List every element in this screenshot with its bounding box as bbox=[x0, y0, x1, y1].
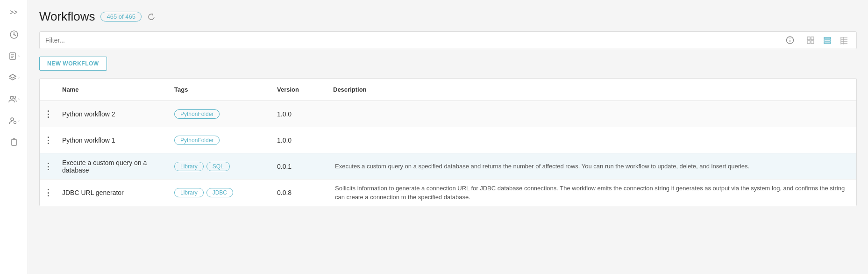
col-header-version: Version bbox=[271, 83, 327, 96]
tag-badge[interactable]: SQL bbox=[206, 162, 230, 171]
svg-point-9 bbox=[14, 122, 16, 124]
filter-bar bbox=[39, 31, 857, 49]
row-name: Execute a custom query on a database bbox=[57, 155, 169, 178]
info-button[interactable] bbox=[784, 35, 796, 45]
workflows-table: Name Tags Version Description ⋮ Python w… bbox=[39, 78, 857, 206]
svg-rect-22 bbox=[811, 41, 814, 43]
svg-rect-19 bbox=[807, 37, 810, 40]
svg-rect-25 bbox=[824, 42, 831, 43]
row-description bbox=[327, 110, 856, 118]
svg-rect-20 bbox=[811, 37, 814, 40]
refresh-icon bbox=[147, 13, 156, 21]
row-version: 0.0.8 bbox=[271, 185, 327, 200]
collapse-icon: >> bbox=[10, 8, 17, 16]
col-header-description: Description bbox=[327, 83, 856, 96]
row-name: JDBC URL generator bbox=[57, 185, 169, 200]
main-content: Workflows 465 of 465 bbox=[28, 0, 868, 274]
row-description: Sollicits information to generate a conn… bbox=[327, 180, 856, 206]
clipboard-icon bbox=[9, 137, 19, 147]
tag-badge[interactable]: Library bbox=[174, 162, 204, 171]
page-header: Workflows 465 of 465 bbox=[39, 9, 857, 24]
col-header-name: Name bbox=[57, 83, 169, 96]
row-name: Python workflow 1 bbox=[57, 133, 169, 148]
toolbar-divider bbox=[800, 36, 800, 45]
sidebar-collapse-button[interactable]: >> bbox=[5, 5, 23, 20]
info-icon bbox=[786, 36, 794, 44]
tag-badge[interactable]: PythonFolder bbox=[174, 136, 220, 145]
svg-point-6 bbox=[10, 96, 13, 99]
row-version: 1.0.0 bbox=[271, 133, 327, 148]
count-badge: 465 of 465 bbox=[100, 12, 141, 22]
layers-icon bbox=[8, 73, 17, 82]
table-row: ⋮ Python workflow 2 PythonFolder 1.0.0 bbox=[40, 101, 856, 127]
tag-badge[interactable]: Library bbox=[174, 188, 204, 197]
tag-badge[interactable]: JDBC bbox=[206, 188, 233, 197]
svg-point-1 bbox=[13, 34, 14, 36]
col-header-tags: Tags bbox=[169, 83, 271, 96]
filter-input[interactable] bbox=[45, 36, 780, 44]
sidebar-item-person-settings[interactable]: › bbox=[0, 111, 28, 130]
row-menu-button[interactable]: ⋮ bbox=[40, 131, 57, 149]
table-row: ⋮ Execute a custom query on a database L… bbox=[40, 153, 856, 180]
sidebar-item-users[interactable]: › bbox=[0, 90, 28, 108]
row-name: Python workflow 2 bbox=[57, 107, 169, 122]
svg-rect-21 bbox=[807, 41, 810, 43]
tag-badge[interactable]: PythonFolder bbox=[174, 109, 220, 119]
row-description bbox=[327, 137, 856, 144]
table-header: Name Tags Version Description bbox=[40, 79, 856, 101]
filter-actions bbox=[784, 35, 851, 46]
row-description: Executes a custom query on a specified d… bbox=[327, 158, 856, 175]
view-list-button[interactable] bbox=[821, 35, 834, 46]
page-title: Workflows bbox=[39, 9, 95, 24]
sidebar-item-library[interactable]: › bbox=[0, 47, 28, 65]
svg-rect-23 bbox=[824, 37, 831, 39]
book-icon bbox=[8, 51, 17, 61]
detail-view-icon bbox=[840, 36, 849, 45]
svg-point-18 bbox=[790, 38, 790, 39]
list-view-icon bbox=[823, 36, 832, 45]
library-chevron: › bbox=[18, 54, 20, 58]
row-version: 0.0.1 bbox=[271, 159, 327, 174]
new-workflow-button[interactable]: NEW WORKFLOW bbox=[39, 57, 107, 71]
row-tags: PythonFolder bbox=[169, 106, 271, 123]
col-header-menu bbox=[40, 83, 57, 96]
row-tags: Library SQL bbox=[169, 158, 271, 175]
refresh-button[interactable] bbox=[147, 13, 156, 21]
table-row: ⋮ JDBC URL generator Library JDBC 0.0.8 … bbox=[40, 180, 856, 206]
row-tags: Library JDBC bbox=[169, 184, 271, 201]
sidebar: >> › bbox=[0, 0, 28, 274]
view-grid-button[interactable] bbox=[804, 35, 817, 46]
svg-point-8 bbox=[11, 118, 14, 121]
row-menu-button[interactable]: ⋮ bbox=[40, 184, 57, 202]
sidebar-item-clipboard[interactable] bbox=[0, 133, 28, 151]
users-chevron: › bbox=[18, 97, 20, 101]
person-settings-icon bbox=[8, 116, 17, 125]
grid-view-icon bbox=[806, 36, 815, 45]
svg-point-7 bbox=[14, 96, 16, 99]
sidebar-item-layers[interactable]: › bbox=[0, 68, 28, 87]
layers-chevron: › bbox=[18, 75, 20, 80]
sidebar-item-dashboard[interactable] bbox=[0, 25, 28, 44]
row-version: 1.0.0 bbox=[271, 107, 327, 122]
dashboard-icon bbox=[9, 30, 19, 39]
table-row: ⋮ Python workflow 1 PythonFolder 1.0.0 bbox=[40, 127, 856, 153]
svg-rect-24 bbox=[824, 40, 831, 41]
person-settings-chevron: › bbox=[18, 118, 20, 123]
view-detail-button[interactable] bbox=[838, 35, 851, 46]
row-menu-button[interactable]: ⋮ bbox=[40, 105, 57, 123]
users-icon bbox=[8, 94, 17, 104]
row-tags: PythonFolder bbox=[169, 132, 271, 149]
row-menu-button[interactable]: ⋮ bbox=[40, 158, 57, 175]
